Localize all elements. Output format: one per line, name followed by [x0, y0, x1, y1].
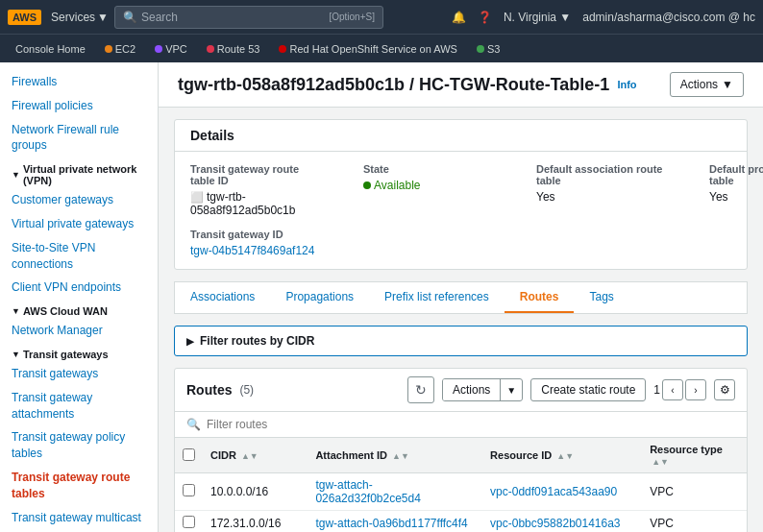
sidebar-item-transit-gateways[interactable]: Transit gateways: [0, 362, 158, 386]
table-header-row: CIDR ▲▼ Attachment ID ▲▼ Resource ID ▲▼ …: [175, 438, 747, 473]
tab-associations[interactable]: Associations: [175, 282, 270, 313]
attachment-id-link[interactable]: tgw-attach-026a2d32f0b2ce5d4: [315, 478, 420, 505]
sidebar-item-tgw-multicast[interactable]: Transit gateway multicast: [0, 506, 158, 530]
prev-page-button[interactable]: ‹: [662, 379, 683, 400]
services-menu[interactable]: Services ▼: [51, 11, 109, 24]
select-all-header: [175, 438, 203, 473]
search-container: 🔍: [175, 412, 747, 438]
tab-routes[interactable]: Routes: [505, 282, 575, 313]
filter-section: ▶ Filter routes by CIDR: [174, 326, 748, 356]
tab-propagations[interactable]: Propagations: [270, 282, 369, 313]
resource-id-link[interactable]: vpc-0ddf091aca543aa90: [490, 485, 617, 498]
search-icon: 🔍: [123, 11, 137, 24]
details-body: Transit gateway route table ID ⬜tgw-rtb-…: [175, 152, 747, 269]
routes-search-input[interactable]: [207, 418, 735, 431]
aws-logo[interactable]: AWS: [8, 10, 41, 25]
row-checkbox-0[interactable]: [183, 484, 195, 496]
user-menu[interactable]: admin/asharma@cisco.com @ hc: [582, 11, 755, 24]
actions-split-arrow[interactable]: ▼: [501, 381, 522, 399]
row-cidr: 172.31.0.0/16: [203, 511, 308, 533]
actions-split-button: Actions ▼: [442, 378, 523, 401]
filter-header[interactable]: ▶ Filter routes by CIDR: [175, 326, 747, 355]
tgw-id-value: tgw-04b5147f8469af124: [190, 244, 325, 257]
attachment-id-header: Attachment ID ▲▼: [308, 438, 482, 473]
ec2-label: EC2: [115, 43, 135, 55]
region-selector[interactable]: N. Virginia ▼: [504, 11, 571, 24]
ec2-dot: [105, 45, 112, 53]
row-attachment-id: tgw-attach-026a2d32f0b2ce5d4: [308, 473, 482, 511]
transit-arrow: ▼: [12, 350, 20, 359]
resource-id-sort[interactable]: ▲▼: [556, 451, 574, 461]
tab-prefix-list[interactable]: Prefix list references: [369, 282, 505, 313]
route53-dot: [207, 45, 214, 53]
tab-ec2[interactable]: EC2: [97, 39, 143, 59]
settings-icon[interactable]: ⚙: [714, 379, 735, 400]
actions-button[interactable]: Actions ▼: [670, 72, 744, 97]
cloud-wan-arrow: ▼: [12, 306, 20, 316]
top-nav: AWS Services ▼ 🔍 Search [Option+S] 🔔 ❓ N…: [0, 0, 763, 34]
search-icon-sm: 🔍: [186, 418, 201, 431]
rhos-label: Red Hat OpenShift Service on AWS: [289, 43, 456, 55]
sidebar-item-tgw-policy[interactable]: Transit gateway policy tables: [0, 425, 158, 466]
row-cidr: 10.0.0.0/16: [203, 473, 308, 511]
row-checkbox-1[interactable]: [183, 516, 195, 528]
sidebar-item-vpgateways[interactable]: Virtual private gateways: [0, 212, 158, 236]
tab-tags[interactable]: Tags: [574, 282, 628, 313]
global-search[interactable]: 🔍 Search [Option+S]: [114, 6, 383, 29]
row-resource-id: vpc-0bbc95882b01416a3: [482, 511, 642, 533]
next-page-button[interactable]: ›: [685, 379, 706, 400]
vpn-arrow: ▼: [12, 170, 20, 180]
sidebar-item-customer-gateways[interactable]: Customer gateways: [0, 188, 158, 212]
create-static-route-button[interactable]: Create static route: [530, 378, 646, 401]
state-label: State: [363, 163, 498, 175]
routes-table: CIDR ▲▼ Attachment ID ▲▼ Resource ID ▲▼ …: [175, 438, 747, 532]
tgw-id-link[interactable]: tgw-04b5147f8469af124: [190, 244, 314, 257]
help-icon[interactable]: ❓: [478, 11, 492, 24]
page-label: 1: [653, 383, 660, 397]
cidr-sort[interactable]: ▲▼: [241, 451, 258, 461]
sidebar-item-network-manager[interactable]: Network Manager: [0, 319, 158, 343]
sidebar-item-tgw-route-tables[interactable]: Transit gateway route tables: [0, 466, 158, 506]
filter-label: Filter routes by CIDR: [200, 334, 314, 348]
status-dot: [363, 181, 371, 189]
tab-route53[interactable]: Route 53: [199, 39, 268, 59]
row-resource-type: VPC: [642, 511, 747, 533]
tgw-id-label: Transit gateway ID: [190, 229, 325, 240]
sidebar-item-firewall-rule-groups[interactable]: Network Firewall rule groups: [0, 118, 158, 158]
sidebar-item-firewall-policies[interactable]: Firewall policies: [0, 94, 158, 118]
routes-count: (5): [239, 383, 254, 397]
sidebar-item-client-vpn[interactable]: Client VPN endpoints: [0, 276, 158, 300]
cidr-header: CIDR ▲▼: [203, 438, 308, 473]
tab-rhos[interactable]: Red Hat OpenShift Service on AWS: [271, 39, 464, 59]
console-home-label: Console Home: [15, 43, 86, 55]
notification-icon[interactable]: 🔔: [452, 11, 466, 24]
default-prop-value: Yes: [709, 190, 763, 204]
actions-dropdown-arrow: ▼: [722, 78, 733, 91]
actions-split-main[interactable]: Actions: [443, 379, 501, 400]
select-all-checkbox[interactable]: [183, 448, 195, 461]
tab-console-home[interactable]: Console Home: [8, 39, 93, 59]
attachment-sort[interactable]: ▲▼: [392, 451, 409, 461]
default-assoc-label: Default association route table: [536, 163, 671, 186]
tgw-rtb-id-value: ⬜tgw-rtb-058a8f912ad5b0c1b: [190, 190, 325, 217]
tab-s3[interactable]: S3: [469, 39, 507, 59]
info-badge[interactable]: Info: [617, 79, 636, 90]
rhos-dot: [279, 45, 286, 53]
sidebar-group-cloud-wan: ▼ AWS Cloud WAN: [0, 300, 158, 319]
detail-group-state: State Available: [363, 163, 498, 257]
resource-id-link[interactable]: vpc-0bbc95882b01416a3: [490, 517, 620, 530]
page-header: tgw-rtb-058a8f912ad5b0c1b / HC-TGW-Route…: [159, 62, 763, 108]
sidebar-item-site-to-site[interactable]: Site-to-Site VPN connections: [0, 236, 158, 277]
resource-type-sort[interactable]: ▲▼: [652, 457, 669, 467]
refresh-button[interactable]: ↻: [407, 376, 434, 403]
sidebar-item-firewalls[interactable]: Firewalls: [0, 70, 158, 94]
attachment-id-link[interactable]: tgw-attach-0a96bd1177fffc4f4: [315, 517, 467, 530]
s3-label: S3: [487, 43, 500, 55]
table-row: 172.31.0.0/16 tgw-attach-0a96bd1177fffc4…: [175, 511, 747, 533]
default-prop-label: Default propagation route table: [709, 163, 763, 186]
copy-icon[interactable]: ⬜: [190, 191, 204, 203]
sidebar-item-tgw-attachments[interactable]: Transit gateway attachments: [0, 386, 158, 426]
table-row: 10.0.0.0/16 tgw-attach-026a2d32f0b2ce5d4…: [175, 473, 747, 511]
tab-vpc[interactable]: VPC: [147, 39, 195, 59]
routes-section: Routes (5) ↻ Actions ▼ Create static rou…: [174, 368, 748, 532]
